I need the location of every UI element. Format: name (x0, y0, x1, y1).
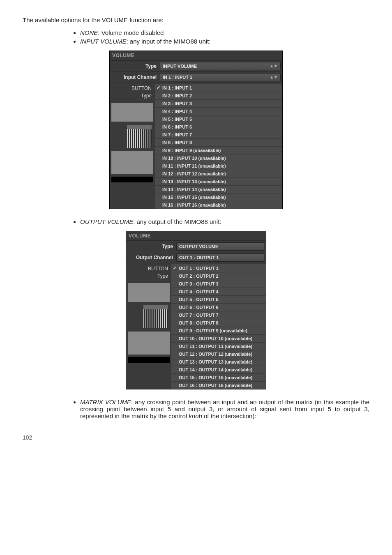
dropdown-option[interactable]: IN 9 : INPUT 9 (unavailable) (155, 146, 282, 154)
panel-header: VOLUME (110, 51, 282, 60)
dropdown-option[interactable]: ✓OUT 1 : OUTPUT 1 (171, 264, 266, 272)
dropdown-option[interactable]: OUT 13 : OUTPUT 13 (unavailable) (171, 358, 266, 366)
dropdown-option[interactable]: OUT 2 : OUTPUT 2 (171, 272, 266, 280)
type-combo-value: INPUT VOLUME (163, 64, 197, 69)
button-section-label: BUTTON (148, 266, 168, 272)
button-type-label: Type (131, 91, 152, 99)
preview-swatch (111, 103, 153, 122)
type-combo[interactable]: OUTPUT VOLUME (176, 242, 264, 251)
type-label: Type (110, 61, 160, 71)
dropdown-option[interactable]: IN 6 : INPUT 6 (155, 123, 282, 131)
dropdown-option[interactable]: IN 13 : INPUT 13 (unavailable) (155, 177, 282, 185)
barcode-icon (143, 305, 168, 328)
dropdown-option-label: IN 15 : INPUT 15 (unavailable) (162, 195, 226, 200)
panel-1-wrap: VOLUME Type INPUT VOLUME ▲▼ Input Channe… (23, 51, 369, 209)
dropdown-option-label: OUT 6 : OUTPUT 6 (179, 305, 219, 310)
output-channel-combo[interactable]: OUT 1 : OUTPUT 1 (176, 253, 264, 262)
dropdown-option[interactable]: IN 10 : INPUT 10 (unavailable) (155, 154, 282, 162)
output-channel-value: OUT 1 : OUTPUT 1 (179, 255, 219, 260)
dropdown-option[interactable]: OUT 9 : OUTPUT 9 (unavailable) (171, 327, 266, 334)
type-combo-value: OUTPUT VOLUME (179, 244, 218, 249)
updown-icon: ▲▼ (270, 75, 278, 79)
dropdown-option-label: OUT 5 : OUTPUT 5 (179, 297, 219, 302)
dropdown-option[interactable]: IN 8 : INPUT 8 (155, 138, 282, 146)
dropdown-option[interactable]: IN 4 : INPUT 4 (155, 107, 282, 115)
dropdown-option-label: OUT 2 : OUTPUT 2 (179, 274, 219, 279)
input-channel-combo[interactable]: IN 1 : INPUT 1 ▲▼ (160, 73, 281, 81)
dropdown-option[interactable]: IN 2 : INPUT 2 (155, 92, 282, 99)
dropdown-option-label: IN 8 : INPUT 8 (162, 140, 192, 145)
output-channel-dropdown[interactable]: ✓OUT 1 : OUTPUT 1OUT 2 : OUTPUT 2OUT 3 :… (171, 264, 266, 389)
dropdown-option[interactable]: IN 15 : INPUT 15 (unavailable) (155, 193, 282, 201)
dropdown-option[interactable]: OUT 8 : OUTPUT 8 (171, 319, 266, 327)
dropdown-option[interactable]: IN 5 : INPUT 5 (155, 115, 282, 123)
dropdown-option-label: OUT 4 : OUTPUT 4 (179, 289, 219, 294)
dropdown-option[interactable]: OUT 15 : OUTPUT 15 (unavailable) (171, 373, 266, 381)
dropdown-option-label: IN 7 : INPUT 7 (162, 132, 192, 137)
preview-swatch-2 (111, 151, 153, 174)
dropdown-option[interactable]: IN 11 : INPUT 11 (unavailable) (155, 162, 282, 170)
options-list: NONE: Volume mode disabled INPUT VOLUME:… (23, 29, 369, 45)
dropdown-option-label: OUT 12 : OUTPUT 12 (unavailable) (179, 352, 252, 357)
dropdown-option[interactable]: OUT 5 : OUTPUT 5 (171, 295, 266, 303)
dropdown-option[interactable]: OUT 16 : OUTPUT 16 (unavailable) (171, 381, 266, 389)
bullet-none-label: NONE (80, 29, 98, 36)
dropdown-option-label: IN 11 : INPUT 11 (unavailable) (162, 164, 226, 168)
input-channel-label: Input Channel (110, 72, 160, 83)
dropdown-option-label: IN 13 : INPUT 13 (unavailable) (162, 179, 226, 184)
dropdown-option[interactable]: OUT 4 : OUTPUT 4 (171, 288, 266, 295)
dropdown-option-label: IN 9 : INPUT 9 (unavailable) (162, 148, 221, 153)
volume-panel-input: VOLUME Type INPUT VOLUME ▲▼ Input Channe… (109, 51, 283, 209)
dropdown-option[interactable]: IN 14 : INPUT 14 (unavailable) (155, 185, 282, 193)
bullet-input-volume-label: INPUT VOLUME (80, 38, 127, 45)
dropdown-option-label: IN 2 : INPUT 2 (162, 93, 192, 98)
dropdown-option[interactable]: IN 3 : INPUT 3 (155, 99, 282, 107)
button-type-label: Type (148, 272, 168, 279)
output-channel-row: Output Channel OUT 1 : OUTPUT 1 (126, 252, 266, 263)
dropdown-option[interactable]: OUT 3 : OUTPUT 3 (171, 280, 266, 288)
dropdown-option-label: OUT 15 : OUTPUT 15 (unavailable) (179, 375, 252, 380)
bullet-input-volume-desc: : any input of the MIMO88 unit: (127, 38, 211, 45)
dropdown-option-label: IN 6 : INPUT 6 (162, 124, 192, 129)
black-bar (128, 357, 170, 363)
bullet-matrix-volume-knob: knob (189, 412, 202, 419)
preview-swatch (128, 283, 170, 302)
dropdown-option-label: OUT 9 : OUTPUT 9 (unavailable) (179, 328, 247, 333)
dropdown-option-label: OUT 11 : OUTPUT 11 (unavailable) (179, 344, 252, 349)
dropdown-option[interactable]: OUT 14 : OUTPUT 14 (unavailable) (171, 366, 266, 373)
dropdown-option[interactable]: OUT 12 : OUTPUT 12 (unavailable) (171, 350, 266, 358)
dropdown-option-label: IN 3 : INPUT 3 (162, 101, 192, 106)
bullet-none: NONE: Volume mode disabled (80, 29, 369, 36)
dropdown-option[interactable]: IN 7 : INPUT 7 (155, 131, 282, 138)
check-icon: ✓ (157, 85, 162, 90)
bullet-output-volume-desc: : any output of the MIMO88 unit: (133, 218, 221, 225)
preview-swatch-2 (128, 332, 170, 355)
dropdown-option-label: OUT 7 : OUTPUT 7 (179, 313, 219, 318)
dropdown-option-label: OUT 10 : OUTPUT 10 (unavailable) (179, 336, 252, 341)
dropdown-option[interactable]: IN 12 : INPUT 12 (unavailable) (155, 170, 282, 177)
dropdown-option-label: OUT 8 : OUTPUT 8 (179, 320, 219, 325)
page-number: 102 (23, 434, 369, 441)
dropdown-option[interactable]: IN 16 : INPUT 16 (unavailable) (155, 201, 282, 209)
input-channel-dropdown[interactable]: ✓IN 1 : INPUT 1IN 2 : INPUT 2IN 3 : INPU… (155, 84, 282, 209)
dropdown-option[interactable]: OUT 10 : OUTPUT 10 (unavailable) (171, 334, 266, 342)
dropdown-block: BUTTON Type ✓IN 1 : INPUT 1IN 2 : INPUT … (110, 83, 282, 209)
bullet-matrix-volume: MATRIX VOLUME: any crossing point betwee… (80, 398, 369, 419)
dropdown-option-label: IN 10 : INPUT 10 (unavailable) (162, 156, 226, 161)
dropdown-option-label: OUT 14 : OUTPUT 14 (unavailable) (179, 367, 252, 372)
dropdown-option-label: IN 1 : INPUT 1 (162, 85, 192, 90)
input-channel-value: IN 1 : INPUT 1 (163, 75, 192, 80)
volume-panel-output: VOLUME Type OUTPUT VOLUME Output Channel… (126, 231, 266, 389)
output-channel-label: Output Channel (126, 252, 176, 263)
type-combo[interactable]: INPUT VOLUME ▲▼ (160, 62, 281, 70)
dropdown-option-label: IN 16 : INPUT 16 (unavailable) (162, 203, 226, 207)
dropdown-option-label: IN 12 : INPUT 12 (unavailable) (162, 171, 226, 176)
dropdown-option[interactable]: OUT 6 : OUTPUT 6 (171, 303, 266, 311)
button-section-label: BUTTON (131, 85, 152, 91)
updown-icon: ▲▼ (270, 64, 278, 68)
check-icon: ✓ (173, 265, 179, 271)
dropdown-option[interactable]: OUT 11 : OUTPUT 11 (unavailable) (171, 342, 266, 350)
dropdown-option[interactable]: ✓IN 1 : INPUT 1 (155, 84, 282, 92)
bullet-output-volume-label: OUTPUT VOLUME (80, 218, 133, 225)
dropdown-option[interactable]: OUT 7 : OUTPUT 7 (171, 311, 266, 319)
